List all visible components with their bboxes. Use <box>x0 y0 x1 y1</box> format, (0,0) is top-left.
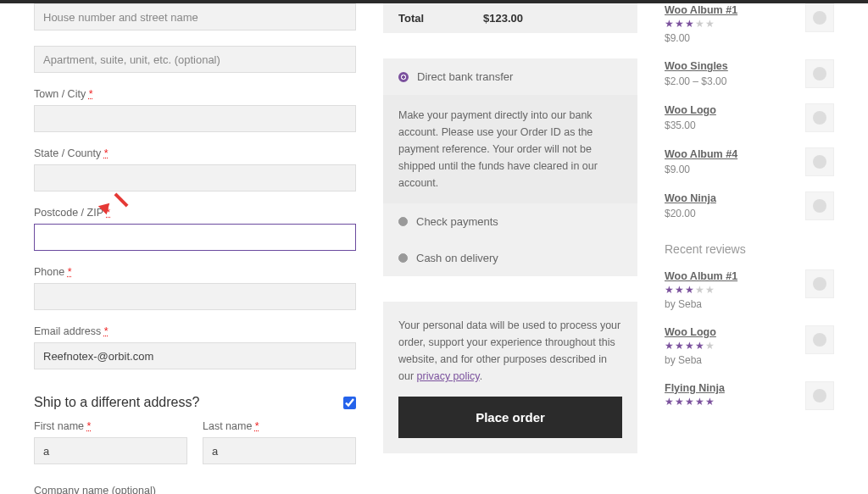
svg-point-4 <box>813 199 826 213</box>
product-price: $9.00 <box>665 32 737 44</box>
product-thumb <box>805 191 834 220</box>
product-item: Woo Singles$2.00 – $3.00 <box>665 59 834 88</box>
payment-bank-option[interactable]: Direct bank transfer <box>383 58 637 95</box>
product-link[interactable]: Woo Singles <box>665 60 728 72</box>
product-item: Woo Album #1★★★★★$9.00 <box>665 3 834 44</box>
ship-last-label: Last name * <box>203 420 356 432</box>
place-order-button[interactable]: Place order <box>398 397 622 438</box>
product-thumb <box>805 147 834 176</box>
ship-company-label: Company name (optional) <box>34 485 356 494</box>
order-total-row: Total $123.00 <box>383 3 637 33</box>
phone-input[interactable] <box>34 283 356 310</box>
svg-point-2 <box>813 111 826 125</box>
star-icon: ★ <box>695 341 704 351</box>
radio-icon <box>398 217 408 226</box>
postcode-label: Postcode / ZIP * <box>34 207 356 219</box>
review-author: by Seba <box>665 354 716 366</box>
product-price: $20.00 <box>665 208 716 219</box>
product-link[interactable]: Woo Ninja <box>665 192 716 204</box>
star-icon: ★ <box>675 397 684 407</box>
svg-point-7 <box>813 389 826 402</box>
star-icon: ★ <box>705 285 715 295</box>
star-icon: ★ <box>675 19 684 29</box>
arrow-annotation-icon <box>114 193 129 208</box>
star-icon: ★ <box>665 341 674 351</box>
svg-point-6 <box>813 333 826 347</box>
star-icon: ★ <box>695 19 704 29</box>
rating-stars: ★★★★★ <box>665 285 737 295</box>
rating-stars: ★★★★★ <box>665 397 725 407</box>
payment-cod-option[interactable]: Cash on delivery <box>383 240 637 276</box>
product-price: $35.00 <box>665 119 716 131</box>
ship-different-heading: Ship to a different address? <box>34 395 199 410</box>
street-input[interactable] <box>34 3 356 31</box>
product-item: Woo Album #4$9.00 <box>665 147 834 176</box>
product-price: $2.00 – $3.00 <box>665 75 728 87</box>
product-thumb <box>805 103 834 132</box>
product-link[interactable]: Woo Album #1 <box>665 4 737 16</box>
star-icon: ★ <box>685 397 694 407</box>
product-item: Woo Ninja$20.00 <box>665 191 834 220</box>
privacy-link[interactable]: privacy policy <box>417 370 480 382</box>
review-author: by Seba <box>665 298 737 310</box>
svg-point-3 <box>813 155 826 169</box>
product-link[interactable]: Woo Album #1 <box>665 270 737 282</box>
star-icon: ★ <box>675 285 684 295</box>
product-thumb <box>805 325 834 354</box>
rating-stars: ★★★★★ <box>665 341 716 351</box>
product-link[interactable]: Woo Logo <box>665 326 716 338</box>
star-icon: ★ <box>685 285 694 295</box>
star-icon: ★ <box>675 341 684 351</box>
state-input[interactable] <box>34 164 356 191</box>
state-label: State / County * <box>34 147 356 159</box>
ship-first-input[interactable] <box>34 437 187 464</box>
svg-point-1 <box>813 67 826 80</box>
product-link[interactable]: Woo Album #4 <box>665 148 737 160</box>
product-thumb <box>805 269 834 298</box>
star-icon: ★ <box>695 285 704 295</box>
ship-last-input[interactable] <box>203 437 356 464</box>
product-item: Woo Logo$35.00 <box>665 103 834 132</box>
review-item: Flying Ninja★★★★★ <box>665 381 834 410</box>
review-item: Woo Album #1★★★★★by Seba <box>665 269 834 310</box>
product-thumb <box>805 381 834 410</box>
svg-point-5 <box>813 277 826 291</box>
town-input[interactable] <box>34 105 356 132</box>
payment-bank-desc: Make your payment directly into our bank… <box>383 95 637 203</box>
email-label: Email address * <box>34 325 356 337</box>
product-thumb <box>805 59 834 88</box>
star-icon: ★ <box>705 19 715 29</box>
town-label: Town / City * <box>34 88 356 100</box>
product-link[interactable]: Flying Ninja <box>665 382 725 394</box>
star-icon: ★ <box>665 19 674 29</box>
payment-check-option[interactable]: Check payments <box>383 203 637 240</box>
recent-reviews-heading: Recent reviews <box>665 242 834 256</box>
radio-icon <box>398 72 409 82</box>
email-input[interactable] <box>34 342 356 369</box>
star-icon: ★ <box>705 397 715 407</box>
review-item: Woo Logo★★★★★by Seba <box>665 325 834 366</box>
product-price: $9.00 <box>665 164 737 175</box>
star-icon: ★ <box>685 19 694 29</box>
product-link[interactable]: Woo Logo <box>665 104 716 116</box>
radio-icon <box>398 253 408 263</box>
star-icon: ★ <box>665 285 674 295</box>
product-thumb <box>805 3 834 32</box>
postcode-input[interactable] <box>34 224 356 251</box>
apt-input[interactable] <box>34 46 356 73</box>
star-icon: ★ <box>695 397 704 407</box>
star-icon: ★ <box>665 397 674 407</box>
svg-point-0 <box>813 11 826 25</box>
star-icon: ★ <box>705 341 715 351</box>
star-icon: ★ <box>685 341 694 351</box>
rating-stars: ★★★★★ <box>665 19 737 29</box>
phone-label: Phone * <box>34 266 356 278</box>
ship-different-checkbox[interactable] <box>343 397 356 409</box>
ship-first-label: First name * <box>34 420 187 432</box>
